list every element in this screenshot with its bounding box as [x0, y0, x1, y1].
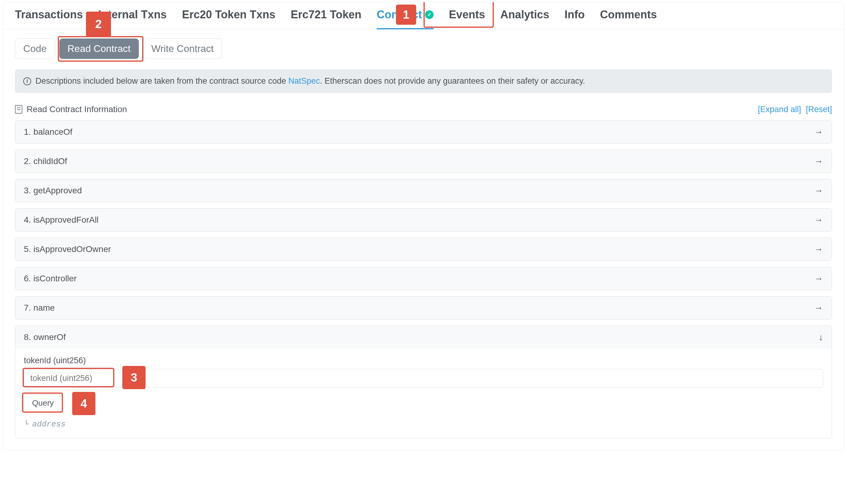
method-head[interactable]: 2. childIdOf → [15, 150, 832, 173]
notice-text: Descriptions included below are taken fr… [35, 76, 585, 86]
arrow-right-icon: → [814, 215, 823, 225]
tab-internal-txns[interactable]: Internal Txns [98, 8, 167, 29]
method-head[interactable]: 1. balanceOf → [15, 121, 832, 143]
natspec-link[interactable]: NatSpec [288, 76, 320, 86]
verified-icon: ✓ [425, 11, 434, 19]
method-name: 7. name → [15, 296, 832, 320]
method-ownerof: 8. ownerOf ↓ tokenId (uint256) 3 Query 4 [15, 326, 832, 438]
method-body: tokenId (uint256) 3 Query 4 address [15, 348, 832, 438]
return-type: address [24, 420, 823, 429]
section-title: Read Contract Information [27, 105, 127, 114]
tab-analytics[interactable]: Analytics [500, 8, 549, 29]
method-label: 8. ownerOf [24, 332, 66, 342]
subtab-read-contract[interactable]: Read Contract [59, 38, 139, 59]
method-label: 2. childIdOf [24, 156, 67, 166]
subtab-code[interactable]: Code [15, 38, 55, 59]
method-iscontroller: 6. isController → [15, 267, 832, 290]
arrow-right-icon: → [814, 273, 823, 284]
tab-erc721[interactable]: Erc721 Token [291, 8, 361, 29]
tab-contract[interactable]: Contract ✓ [377, 8, 434, 29]
arrow-down-icon: ↓ [818, 332, 823, 342]
tab-erc20[interactable]: Erc20 Token Txns [182, 8, 275, 29]
annotation-num-4: 4 [72, 392, 96, 415]
method-label: 6. isController [24, 274, 77, 284]
method-childidof: 2. childIdOf → [15, 150, 832, 173]
arrow-right-icon: → [814, 303, 823, 313]
contract-subtabs: Code Read Contract Write Contract 2 [3, 29, 844, 63]
tab-events[interactable]: Events [449, 8, 485, 29]
document-icon [15, 105, 22, 114]
method-head[interactable]: 5. isApprovedOrOwner → [15, 238, 832, 260]
tab-contract-label: Contract [377, 8, 422, 21]
method-label: 4. isApprovedForAll [24, 215, 99, 225]
info-icon: i [23, 77, 31, 85]
method-label: 1. balanceOf [24, 127, 72, 137]
tab-info[interactable]: Info [565, 8, 585, 29]
method-head[interactable]: 3. getApproved → [15, 179, 832, 202]
subtab-write-contract[interactable]: Write Contract [143, 38, 222, 59]
method-head[interactable]: 6. isController → [15, 267, 832, 290]
method-head[interactable]: 7. name → [15, 296, 832, 319]
arrow-right-icon: → [814, 244, 823, 254]
tab-comments[interactable]: Comments [600, 8, 657, 29]
query-button[interactable]: Query [24, 394, 62, 412]
method-label: 3. getApproved [24, 186, 82, 196]
method-label: 7. name [24, 303, 55, 313]
method-getapproved: 3. getApproved → [15, 179, 832, 202]
arrow-right-icon: → [814, 185, 823, 196]
reset-link[interactable]: [Reset] [806, 105, 832, 114]
method-head[interactable]: 4. isApprovedForAll → [15, 209, 832, 231]
tokenid-input[interactable] [24, 369, 823, 388]
expand-all-link[interactable]: [Expand all] [758, 105, 801, 114]
arrow-right-icon: → [814, 156, 823, 166]
method-list: 1. balanceOf → 2. childIdOf → 3. getAppr… [15, 120, 832, 438]
field-label-tokenid: tokenId (uint256) [24, 356, 823, 365]
main-tabs: Transactions Internal Txns Erc20 Token T… [3, 2, 844, 29]
method-isapprovedorowner: 5. isApprovedOrOwner → [15, 238, 832, 261]
method-label: 5. isApprovedOrOwner [24, 245, 111, 254]
method-head[interactable]: 8. ownerOf ↓ [15, 326, 832, 348]
arrow-right-icon: → [814, 127, 823, 137]
tab-transactions[interactable]: Transactions [15, 8, 83, 29]
notice-banner: i Descriptions included below are taken … [15, 69, 832, 93]
method-isapprovedforall: 4. isApprovedForAll → [15, 208, 832, 232]
method-balanceof: 1. balanceOf → [15, 120, 832, 144]
